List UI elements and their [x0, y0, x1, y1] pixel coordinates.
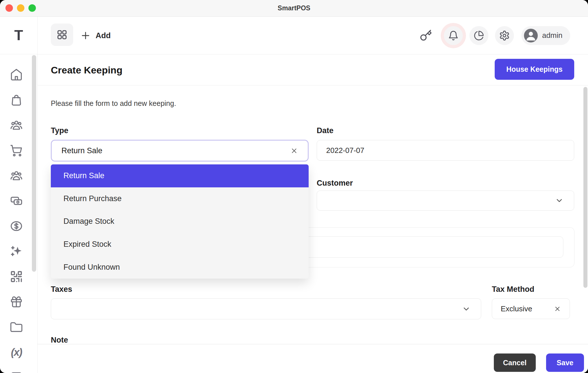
screenshot-stage: SmartPOS T	[0, 0, 588, 373]
macos-titlebar: SmartPOS	[0, 0, 588, 17]
users-icon	[10, 118, 23, 132]
chevron-down-icon	[555, 196, 564, 205]
chevron-down-icon	[462, 305, 471, 313]
cancel-button[interactable]: Cancel	[494, 353, 536, 372]
app-window: SmartPOS T	[0, 0, 588, 373]
note-label: Note	[51, 336, 68, 345]
user-menu[interactable]: admin	[521, 26, 570, 45]
sidebar-item-expenses[interactable]	[10, 219, 23, 233]
sidebar-item-promotions[interactable]	[10, 245, 23, 258]
sidebar-item-files[interactable]	[10, 320, 23, 334]
sidebar-item-functions[interactable]: (x)	[10, 346, 23, 359]
function-x-icon: (x)	[11, 346, 22, 358]
customer-label: Customer	[317, 179, 353, 188]
header-actions: admin	[419, 17, 570, 54]
taxes-label: Taxes	[51, 285, 72, 294]
type-dropdown-menu: Return Sale Return Purchase Damage Stock…	[51, 164, 309, 279]
api-keys-button[interactable]	[419, 29, 432, 42]
settings-button[interactable]	[495, 26, 514, 45]
type-combobox[interactable]: Return Sale	[51, 140, 309, 162]
main-area: Add	[38, 17, 588, 373]
date-value: 2022-07-07	[326, 146, 364, 155]
top-header: Add	[38, 17, 588, 55]
close-icon	[554, 305, 561, 312]
clear-type-button[interactable]	[290, 147, 298, 155]
folder-icon	[10, 320, 23, 334]
sidebar-item-suppliers[interactable]	[10, 169, 23, 182]
date-label: Date	[317, 126, 334, 135]
dropdown-option-found-unknown[interactable]: Found Unknown	[51, 256, 309, 279]
content-scrollbar[interactable]	[583, 87, 587, 288]
taxes-select[interactable]	[51, 298, 481, 319]
dropdown-option-return-purchase[interactable]: Return Purchase	[51, 187, 309, 210]
page-content: Create Keeping House Keepings Please fil…	[38, 55, 588, 373]
sidebar: T	[0, 17, 38, 373]
type-label: Type	[51, 126, 68, 135]
sidebar-item-barcode[interactable]	[10, 270, 23, 283]
house-keepings-button[interactable]: House Keepings	[495, 59, 574, 80]
users-icon	[10, 169, 23, 182]
sidebar-item-home[interactable]	[10, 68, 23, 81]
customer-select[interactable]	[317, 191, 574, 211]
tax-method-select[interactable]: Exclusive	[492, 298, 570, 319]
form-footer: Cancel Save	[38, 344, 588, 373]
gear-icon	[499, 30, 510, 41]
bell-icon	[448, 30, 459, 41]
form-subtitle: Please fill the form to add new keeping.	[51, 99, 176, 108]
sparkles-icon	[10, 245, 23, 258]
tax-method-label: Tax Method	[492, 285, 534, 294]
sidebar-item-gift-cards[interactable]	[10, 295, 23, 308]
card-partial-icon	[10, 370, 23, 373]
shopping-cart-icon	[10, 144, 23, 157]
page-header: Create Keeping House Keepings	[38, 55, 588, 86]
avatar	[524, 29, 538, 42]
notifications-button[interactable]	[444, 26, 463, 45]
apps-menu-button[interactable]	[51, 24, 73, 46]
user-name: admin	[542, 31, 562, 40]
sidebar-item-products[interactable]	[10, 93, 23, 106]
close-icon	[290, 147, 298, 155]
reports-button[interactable]	[469, 26, 488, 45]
shopping-bag-icon	[10, 93, 23, 106]
qr-code-icon	[10, 270, 23, 283]
tax-method-value: Exclusive	[501, 304, 532, 313]
app-logo[interactable]: T	[0, 17, 37, 54]
pie-chart-icon	[474, 30, 484, 41]
sidebar-item-payments[interactable]	[10, 194, 23, 207]
home-icon	[10, 68, 23, 81]
key-icon	[419, 29, 432, 42]
banknotes-icon	[10, 194, 23, 207]
type-value: Return Sale	[61, 146, 102, 155]
sidebar-item-customers[interactable]	[10, 118, 23, 132]
user-avatar-icon	[524, 29, 538, 42]
window-title: SmartPOS	[0, 0, 588, 16]
sidebar-item-sales[interactable]	[10, 144, 23, 157]
dropdown-option-damage-stock[interactable]: Damage Stock	[51, 210, 309, 233]
date-input[interactable]: 2022-07-07	[317, 140, 574, 161]
plus-icon	[81, 31, 90, 40]
sidebar-scrollbar[interactable]	[32, 55, 36, 272]
grid-menu-icon	[56, 29, 68, 40]
clear-tax-method-button[interactable]	[554, 305, 561, 312]
save-button[interactable]: Save	[546, 353, 584, 372]
gift-icon	[10, 295, 23, 308]
dropdown-option-return-sale[interactable]: Return Sale	[51, 164, 309, 187]
dollar-circle-icon	[10, 219, 23, 233]
dropdown-option-expired-stock[interactable]: Expired Stock	[51, 233, 309, 256]
add-button-label: Add	[96, 31, 111, 40]
notification-ring[interactable]	[441, 23, 466, 48]
add-button[interactable]: Add	[81, 28, 111, 43]
sidebar-item-cards[interactable]	[10, 370, 23, 373]
page-title: Create Keeping	[51, 64, 122, 76]
